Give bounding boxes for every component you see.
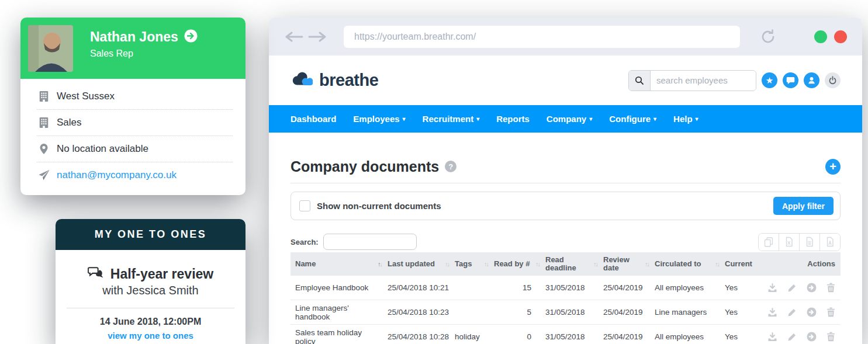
- sort-icon[interactable]: ↑↓: [484, 260, 488, 268]
- page-content: Company documents ? + Show non-current d…: [269, 133, 862, 344]
- edit-button[interactable]: [787, 283, 797, 293]
- nav-item-reports[interactable]: Reports: [496, 114, 530, 124]
- sort-icon[interactable]: ↑↓: [535, 260, 540, 268]
- messages-button[interactable]: [783, 72, 798, 88]
- person-icon: [807, 76, 816, 85]
- show-non-current-checkbox[interactable]: [299, 200, 310, 211]
- filter-panel: Show non-current documents Apply filter: [291, 192, 841, 220]
- cell-current: Yes: [720, 308, 773, 317]
- profile-card-header: Nathan Jones Sales Rep: [20, 18, 245, 79]
- favourites-button[interactable]: ★: [762, 72, 777, 88]
- list-item: nathan@mycompany.co.uk: [37, 162, 233, 188]
- trash-icon: [826, 332, 835, 342]
- sort-icon[interactable]: ↑↓: [593, 260, 597, 268]
- building-icon: [37, 90, 51, 103]
- excel-export-button[interactable]: [779, 234, 799, 251]
- logout-button[interactable]: [825, 72, 841, 88]
- trash-icon: [826, 283, 835, 293]
- building-icon: [37, 116, 51, 129]
- one-to-one-datetime: 14 June 2018, 12:00PM: [56, 317, 245, 327]
- edit-button[interactable]: [787, 308, 797, 317]
- nav-item-recruitment[interactable]: Recruitment▾: [423, 114, 480, 124]
- column-header-last-updated[interactable]: Last updated↑↓: [383, 260, 450, 268]
- avatar: [28, 25, 73, 72]
- header-actions: ★: [628, 70, 841, 91]
- profile-button[interactable]: [804, 72, 819, 88]
- column-header-actions: Actions: [773, 260, 840, 268]
- url-bar[interactable]: https://yourteam.breathr.com/: [344, 26, 740, 48]
- checkbox-label: Show non-current documents: [317, 201, 441, 211]
- column-header-name[interactable]: Name↑↓: [291, 260, 383, 268]
- search-label: Search:: [291, 238, 319, 246]
- table-header: Name↑↓ Last updated↑↓ Tags↑↓ Read by #↑↓…: [291, 252, 841, 276]
- breathe-logo[interactable]: breathe: [291, 71, 378, 91]
- apply-filter-button[interactable]: Apply filter: [773, 197, 834, 215]
- forward-arrow-icon[interactable]: [307, 30, 327, 44]
- edit-button[interactable]: [787, 332, 797, 342]
- open-button[interactable]: [807, 307, 817, 317]
- download-icon: [767, 332, 777, 342]
- window-dot-green[interactable]: [814, 30, 827, 43]
- one-to-ones-card: MY ONE TO ONES Half-year review with Jes…: [56, 219, 245, 344]
- sort-icon[interactable]: ↑↓: [645, 260, 649, 268]
- main-navbar: Dashboard Employees▾ Recruitment▾ Report…: [269, 105, 862, 133]
- divider: [67, 308, 234, 308]
- table-row: Line managers' handbook 25/04/2018 10:23…: [291, 300, 841, 325]
- nav-item-configure[interactable]: Configure▾: [609, 114, 656, 124]
- delete-button[interactable]: [826, 307, 835, 317]
- cell-name: Line managers' handbook: [291, 304, 383, 321]
- arrow-circle-icon: [807, 283, 817, 293]
- column-header-read-deadline[interactable]: Read deadline↑↓: [541, 256, 599, 272]
- add-document-button[interactable]: +: [825, 159, 841, 175]
- open-button[interactable]: [807, 332, 817, 342]
- open-button[interactable]: [807, 283, 817, 293]
- page-title: Company documents: [291, 158, 439, 175]
- nav-item-employees[interactable]: Employees▾: [353, 114, 405, 124]
- help-icon[interactable]: ?: [445, 161, 457, 172]
- cell-circulated-to: All employees: [650, 283, 720, 292]
- location-pin-icon: [37, 143, 51, 155]
- download-button[interactable]: [767, 283, 777, 293]
- list-item: No location available: [37, 136, 233, 162]
- logo-text: breathe: [319, 71, 378, 90]
- download-button[interactable]: [767, 332, 777, 342]
- table-search-input[interactable]: [323, 234, 417, 250]
- export-buttons: [758, 233, 841, 251]
- nav-item-dashboard[interactable]: Dashboard: [291, 114, 336, 124]
- column-header-review-date[interactable]: Review date↑↓: [599, 256, 650, 272]
- nav-item-company[interactable]: Company▾: [547, 114, 592, 124]
- window-dot-red[interactable]: [834, 30, 847, 43]
- sort-icon[interactable]: ↑↓: [715, 260, 719, 268]
- pdf-export-button[interactable]: [819, 234, 840, 251]
- column-header-circulated-to[interactable]: Circulated to↑↓: [650, 260, 720, 268]
- nav-item-help[interactable]: Help▾: [673, 114, 698, 124]
- document-export-button[interactable]: [799, 234, 819, 251]
- download-icon: [767, 308, 777, 317]
- view-one-to-ones-link[interactable]: view my one to ones: [56, 331, 245, 340]
- cell-review-date: 25/04/2019: [599, 332, 650, 341]
- one-to-one-with: with Jessica Smith: [56, 284, 245, 297]
- cell-circulated-to: All employees: [650, 332, 720, 341]
- arrow-circle-icon: [807, 332, 817, 342]
- column-header-tags[interactable]: Tags↑↓: [450, 260, 489, 268]
- delete-button[interactable]: [826, 332, 835, 342]
- cell-actions: [773, 283, 840, 293]
- sort-icon[interactable]: ↑↓: [445, 260, 449, 268]
- back-arrow-icon[interactable]: [284, 30, 304, 44]
- download-button[interactable]: [767, 308, 777, 317]
- email-link[interactable]: nathan@mycompany.co.uk: [57, 169, 177, 181]
- delete-button[interactable]: [826, 283, 835, 293]
- refresh-icon[interactable]: [760, 29, 776, 45]
- search-input[interactable]: [651, 71, 756, 91]
- cell-read-by: 15: [489, 283, 541, 292]
- cell-last-updated: 25/04/2018 10:28: [383, 332, 450, 341]
- search-icon[interactable]: [629, 71, 651, 91]
- go-to-profile-button[interactable]: [184, 29, 198, 45]
- cell-read-deadline: 31/05/2018: [541, 308, 599, 317]
- cell-last-updated: 25/04/2018 10:21: [383, 283, 450, 292]
- copy-export-button[interactable]: [759, 234, 779, 251]
- sort-icon[interactable]: ↑↓: [378, 260, 382, 268]
- star-icon: ★: [766, 76, 773, 85]
- arrow-circle-icon: [807, 307, 817, 317]
- column-header-read-by[interactable]: Read by #↑↓: [489, 260, 541, 268]
